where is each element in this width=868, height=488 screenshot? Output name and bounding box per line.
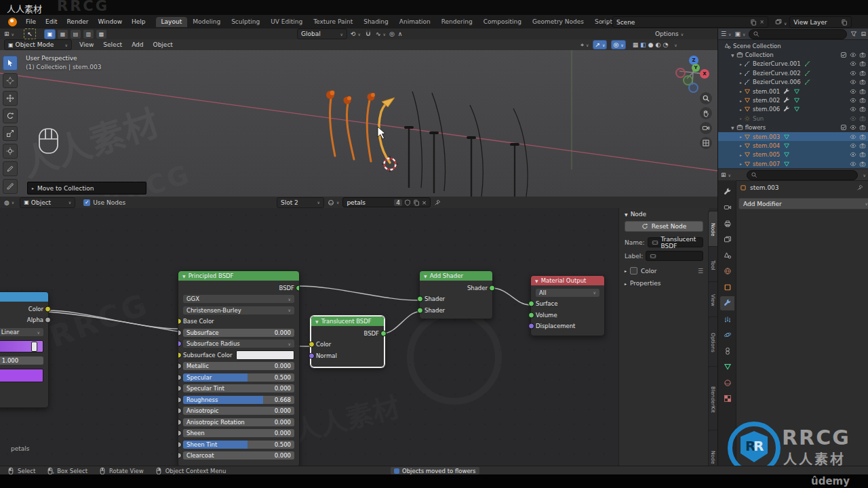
shader-node-editor[interactable]: RRCG 人人素材 Color Alpha ∨ Linear ∨ 1.000 xyxy=(0,208,717,466)
roughness-input-socket[interactable] xyxy=(178,396,182,403)
gizmo-x-axis[interactable]: X xyxy=(700,69,709,79)
outliner-row-beziercurve-006[interactable]: ▸BezierCurve.006 xyxy=(718,78,868,87)
tool-move-button[interactable] xyxy=(3,91,18,106)
sidebar-tab-node-wrangler[interactable]: Node Wrangler xyxy=(708,430,717,466)
color-checkbox[interactable] xyxy=(630,267,637,274)
properties-tab-object-data[interactable] xyxy=(720,360,734,374)
sidebar-tab-options[interactable]: Options xyxy=(708,317,717,369)
expand-icon[interactable]: ▸ xyxy=(740,152,742,157)
active-tool-button[interactable]: ↖ xyxy=(24,28,36,39)
properties-search-input[interactable] xyxy=(747,170,858,180)
output-target-dropdown[interactable]: All ∨ xyxy=(536,289,599,297)
expand-icon[interactable]: ▸ xyxy=(740,143,742,148)
disable-render-icon[interactable] xyxy=(859,134,866,140)
shading-icon-4[interactable]: ◔ xyxy=(663,41,668,48)
hide-viewport-icon[interactable] xyxy=(850,151,856,158)
outliner-row-collection[interactable]: ▼Collection xyxy=(718,50,868,59)
proportional-edit-icon[interactable]: ◎ xyxy=(389,30,395,37)
disable-render-icon[interactable] xyxy=(859,52,866,58)
distribution-dropdown[interactable]: GGX ∨ xyxy=(183,295,294,303)
outliner-row-beziercurve-001[interactable]: ▸BezierCurve.001 xyxy=(718,60,868,68)
sheen-input-socket[interactable] xyxy=(178,430,182,436)
navigation-gizmo[interactable]: Z Y X xyxy=(674,54,712,92)
snap-magnet-icon[interactable] xyxy=(364,30,372,38)
viewport-3d[interactable]: 人人素材 RRCG xyxy=(0,50,717,197)
select-mode-icon-3[interactable]: ▥ xyxy=(83,29,94,39)
color-output-socket[interactable] xyxy=(45,306,51,312)
properties-editor-type-button[interactable]: ⊞∨ xyxy=(721,171,731,178)
outliner-row-sun[interactable]: ▸Sun xyxy=(718,114,868,123)
color-swatch[interactable] xyxy=(0,369,43,382)
outliner-search-input[interactable] xyxy=(749,29,847,39)
hide-viewport-icon[interactable] xyxy=(850,52,856,58)
param-slider[interactable]: Roughness0.668 xyxy=(183,396,294,404)
gizmo-z-neg[interactable] xyxy=(688,83,698,93)
outliner-row-stem-007[interactable]: ▸stem.007 xyxy=(718,159,868,168)
ortho-toggle-icon[interactable] xyxy=(700,137,712,149)
node-name-field[interactable]: Translucent BSDF xyxy=(648,237,703,247)
outliner-row-flowers[interactable]: ▼flowers xyxy=(718,123,868,132)
proportional-editing-toggle[interactable]: ◎∨ xyxy=(611,40,625,49)
expand-icon[interactable]: ▸ xyxy=(740,98,742,103)
properties-tab-render[interactable] xyxy=(720,201,734,215)
disable-render-icon[interactable] xyxy=(859,115,866,122)
hide-viewport-icon[interactable] xyxy=(850,70,856,77)
specular-tint-input-socket[interactable] xyxy=(178,386,182,392)
clearcoat-input-socket[interactable] xyxy=(178,453,182,459)
param-value[interactable]: Clearcoat0.000 xyxy=(183,451,294,460)
flower-heads[interactable] xyxy=(326,91,375,104)
outliner-row-scene-collection[interactable]: Scene Collection xyxy=(718,41,868,50)
disable-render-icon[interactable] xyxy=(859,124,866,131)
expand-icon[interactable]: ▸ xyxy=(740,62,742,66)
workspace-tab-animation[interactable]: Animation xyxy=(394,17,436,27)
shading-icon-0[interactable]: ▦ xyxy=(633,41,639,48)
properties-tab-physics[interactable] xyxy=(720,328,734,342)
expand-icon[interactable]: ▸ xyxy=(740,89,742,94)
presets-icon[interactable]: ☰ xyxy=(698,268,703,274)
expand-icon[interactable]: ▸ xyxy=(740,107,742,112)
properties-tab-tool[interactable] xyxy=(720,184,734,199)
properties-subpanel[interactable]: ▸ Properties xyxy=(625,280,703,287)
param-slider[interactable]: Specular0.500 xyxy=(183,373,294,382)
shader-mode-dropdown[interactable]: ▣Object ∨ xyxy=(20,197,75,208)
expand-icon[interactable]: ▼ xyxy=(731,53,734,58)
shader-input-socket[interactable] xyxy=(417,296,423,302)
sheen-tint-input-socket[interactable] xyxy=(178,441,182,447)
displacement-input-socket[interactable] xyxy=(528,323,534,329)
workspace-tab-sculpting[interactable]: Sculpting xyxy=(226,17,265,27)
unlink-scene-icon[interactable]: × xyxy=(760,19,764,25)
base-color-input-socket[interactable] xyxy=(178,319,182,325)
disable-render-icon[interactable] xyxy=(859,88,866,95)
anisotropic-rotation-input-socket[interactable] xyxy=(178,419,182,425)
gradient-stop-handle[interactable] xyxy=(31,342,37,352)
color-input-socket[interactable] xyxy=(309,342,315,348)
param-value[interactable]: Specular Tint0.000 xyxy=(183,384,294,392)
filter-funnel-icon[interactable] xyxy=(850,30,857,37)
normal-input-socket[interactable] xyxy=(309,352,315,359)
color-subpanel[interactable]: ▸ Color ☰ xyxy=(625,267,703,274)
selected-stems[interactable] xyxy=(330,98,371,161)
hide-viewport-icon[interactable] xyxy=(850,134,856,140)
param-value[interactable]: Sheen0.000 xyxy=(183,429,294,437)
properties-tab-particles[interactable] xyxy=(720,312,734,326)
transform-orientation-dropdown[interactable]: Global ∨ xyxy=(297,28,347,39)
shading-icon-2[interactable]: ● xyxy=(648,41,654,48)
sidebar-tab-blenderkit[interactable]: BlenderKit xyxy=(708,366,717,432)
reset-node-button[interactable]: Reset Node xyxy=(625,221,703,232)
exclude-checkbox-icon[interactable] xyxy=(840,52,847,58)
expand-icon[interactable]: ▸ xyxy=(740,80,742,85)
properties-tab-scene[interactable] xyxy=(720,248,734,262)
new-scene-icon[interactable] xyxy=(750,19,757,26)
use-nodes-checkbox[interactable]: ✓ Use Nodes xyxy=(83,199,125,206)
properties-tab-texture[interactable] xyxy=(720,392,734,406)
hide-viewport-icon[interactable] xyxy=(850,106,856,113)
node-header[interactable]: ▼ Material Output xyxy=(531,276,604,285)
tool-measure-button[interactable] xyxy=(3,179,18,194)
new-view-layer-icon[interactable] xyxy=(841,19,848,26)
shader-input-socket[interactable] xyxy=(417,307,423,313)
node-header[interactable]: ▼ Add Shader xyxy=(420,271,492,281)
viewport-menu-view[interactable]: View xyxy=(75,41,98,48)
options-dropdown[interactable]: Options∨ xyxy=(655,30,684,37)
workspace-tab-geometry-nodes[interactable]: Geometry Nodes xyxy=(527,17,589,27)
subsurface-color-swatch[interactable] xyxy=(236,350,295,360)
